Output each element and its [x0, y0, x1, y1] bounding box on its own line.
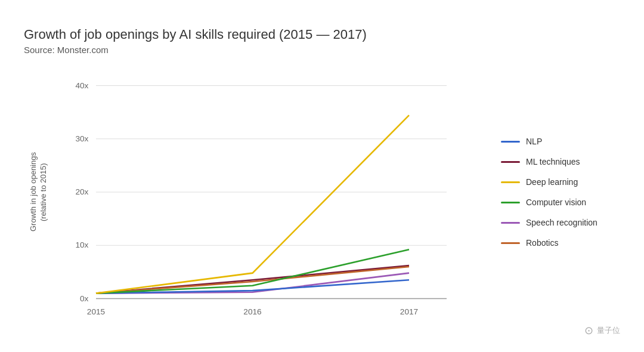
- legend-item-ml: ML techniques: [501, 157, 620, 166]
- legend-label-sr: Speech recognition: [526, 218, 597, 227]
- legend-item-cv: Computer vision: [501, 197, 620, 207]
- watermark: ⊙ 量子位: [584, 324, 620, 337]
- legend-label-robotics: Robotics: [526, 238, 558, 248]
- chart-area: Growth in job openings(relative to 2015): [24, 67, 620, 317]
- svg-text:40x: 40x: [75, 81, 88, 90]
- svg-text:2017: 2017: [400, 307, 418, 316]
- watermark-text: 量子位: [597, 325, 620, 336]
- legend-line-ml: [501, 161, 520, 163]
- svg-text:2015: 2015: [87, 307, 106, 316]
- legend: NLP ML techniques Deep learning Computer…: [489, 67, 620, 317]
- legend-line-dl: [501, 181, 520, 183]
- legend-label-cv: Computer vision: [526, 197, 586, 207]
- svg-text:10x: 10x: [75, 240, 88, 249]
- chart-title: Growth of job openings by AI skills requ…: [24, 27, 620, 42]
- svg-text:2016: 2016: [243, 307, 261, 316]
- legend-item-dl: Deep learning: [501, 177, 620, 187]
- chart-source: Source: Monster.com: [24, 45, 620, 55]
- legend-line-robotics: [501, 242, 520, 244]
- chart-inner: 40x 30x 20x 10x 0x 2015 2016 2017: [54, 67, 489, 317]
- legend-item-nlp: NLP: [501, 137, 620, 146]
- chart-svg: 40x 30x 20x 10x 0x 2015 2016 2017: [54, 67, 489, 317]
- svg-text:20x: 20x: [75, 187, 88, 196]
- legend-line-nlp: [501, 141, 520, 143]
- legend-line-sr: [501, 222, 520, 224]
- legend-line-cv: [501, 202, 520, 203]
- legend-label-nlp: NLP: [526, 137, 542, 146]
- legend-label-ml: ML techniques: [526, 157, 580, 166]
- watermark-icon: ⊙: [584, 324, 593, 337]
- y-axis-label: Growth in job openings(relative to 2015): [24, 67, 54, 317]
- legend-item-robotics: Robotics: [501, 238, 620, 248]
- svg-text:0x: 0x: [80, 294, 89, 303]
- chart-container: Growth of job openings by AI skills requ…: [12, 9, 632, 343]
- legend-item-sr: Speech recognition: [501, 218, 620, 227]
- svg-text:30x: 30x: [75, 134, 88, 143]
- legend-label-dl: Deep learning: [526, 177, 578, 187]
